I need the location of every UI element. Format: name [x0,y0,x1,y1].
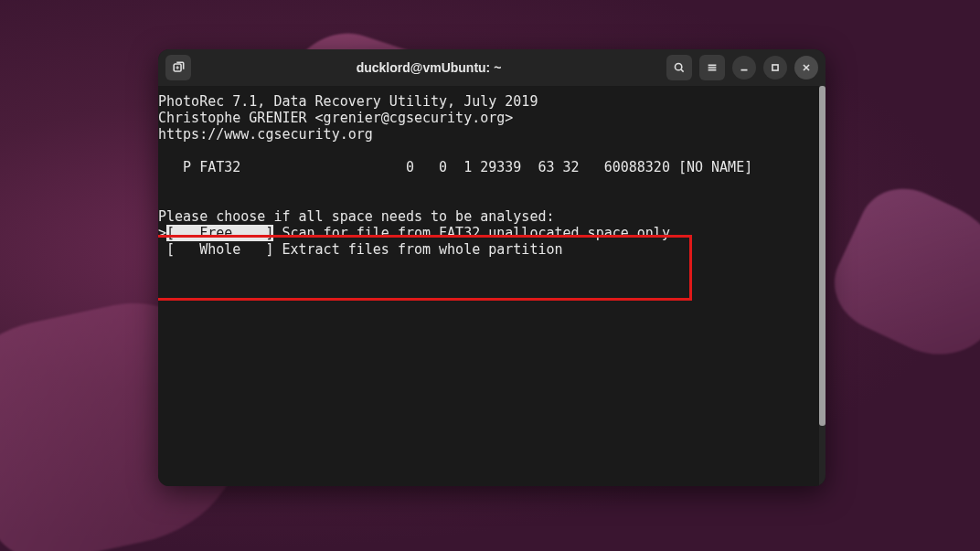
wallpaper-shape [820,173,980,375]
author-line: Christophe GRENIER <grenier@cgsecurity.o… [158,110,819,126]
scrollbar-thumb[interactable] [819,86,826,426]
option-free[interactable]: >[ Free ] Scan for file from FAT32 unall… [158,225,819,241]
new-tab-button[interactable] [165,55,191,80]
choose-prompt: Please choose if all space needs to be a… [158,208,819,225]
photorec-header: PhotoRec 7.1, Data Recovery Utility, Jul… [158,93,819,110]
new-tab-icon [172,61,185,74]
minimize-icon [738,61,751,74]
maximize-button[interactable] [763,56,787,79]
close-button[interactable] [794,56,818,79]
search-button[interactable] [666,55,692,80]
menu-button[interactable] [699,55,725,80]
hamburger-icon [706,61,719,74]
terminal-body[interactable]: PhotoRec 7.1, Data Recovery Utility, Jul… [158,86,826,486]
search-icon [673,61,686,74]
option-free-desc: Scan for file from FAT32 unallocated spa… [273,225,669,241]
terminal-text: PhotoRec 7.1, Data Recovery Utility, Jul… [158,93,819,258]
maximize-icon [769,61,782,74]
titlebar: ducklord@vmUbuntu: ~ [158,49,826,86]
window-title: ducklord@vmUbuntu: ~ [197,60,661,75]
svg-rect-2 [772,65,778,70]
option-whole[interactable]: [ Whole ] Extract files from whole parti… [158,241,819,258]
partition-line: P FAT32 0 0 1 29339 63 32 60088320 [NO N… [158,159,819,175]
option-marker: > [158,225,166,241]
url-line: https://www.cgsecurity.org [158,126,819,143]
minimize-button[interactable] [732,56,756,79]
option-free-label: [ Free ] [166,225,273,241]
scrollbar-track[interactable] [819,86,826,486]
svg-point-1 [675,63,681,69]
terminal-window: ducklord@vmUbuntu: ~ [158,49,826,486]
close-icon [800,61,813,74]
